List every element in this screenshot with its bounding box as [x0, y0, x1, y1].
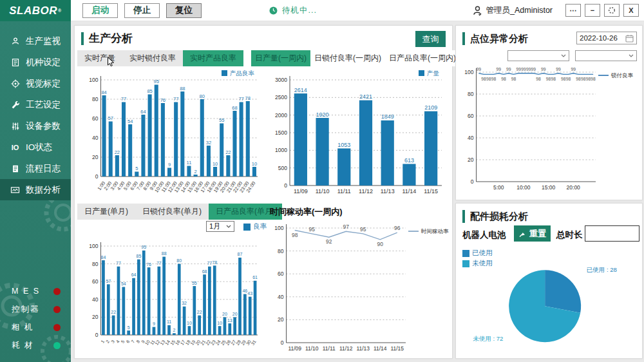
svg-text:54: 54 [128, 119, 133, 124]
svg-text:11/13: 11/13 [356, 345, 370, 352]
svg-text:40: 40 [468, 135, 474, 141]
user-info[interactable]: 管理员_Administor [472, 5, 553, 16]
sidebar-item-data-analysis[interactable]: 数据分析 [0, 179, 71, 200]
svg-text:80: 80 [200, 93, 205, 99]
svg-text:11/09: 11/09 [294, 188, 308, 195]
sidebar-item-label: 机种设定 [26, 57, 61, 68]
svg-text:613: 613 [404, 157, 414, 164]
user-icon [472, 5, 483, 16]
svg-text:1849: 1849 [381, 113, 394, 120]
svg-text:22: 22 [111, 310, 116, 314]
more-button[interactable]: ⋯ [565, 4, 581, 17]
svg-text:3000: 3000 [275, 77, 287, 83]
svg-text:11: 11 [167, 319, 171, 324]
sidebar-item-label: 数据分析 [26, 184, 61, 196]
status-label: 耗 材 [12, 340, 53, 351]
svg-text:11/15: 11/15 [424, 188, 438, 195]
svg-text:54: 54 [121, 281, 126, 286]
legend-swatch [243, 224, 251, 231]
svg-text:11/11: 11/11 [323, 345, 336, 352]
point-filter-select-1[interactable] [507, 50, 569, 61]
svg-text:0: 0 [471, 178, 474, 185]
sidebar-item-process-setting[interactable]: 工艺设定 [0, 94, 71, 115]
svg-text:11/10: 11/10 [305, 345, 319, 352]
svg-text:2000: 2000 [275, 112, 287, 119]
svg-text:98: 98 [551, 77, 556, 81]
stop-button[interactable]: 停止 [124, 3, 160, 18]
svg-text:55: 55 [219, 117, 224, 123]
sidebar-item-device-params[interactable]: 设备参数 [0, 115, 71, 137]
date-picker[interactable]: 2022-10-26 [576, 32, 637, 44]
reset-button[interactable]: 复位 [166, 3, 202, 18]
tab-realtime-output[interactable]: 实时产量 [77, 50, 122, 66]
close-button[interactable]: X [623, 4, 639, 17]
svg-text:77: 77 [116, 261, 121, 265]
svg-text:97: 97 [343, 224, 350, 230]
dashed-circle-icon [608, 6, 616, 14]
svg-text:10: 10 [252, 161, 257, 167]
tab-realtime-lock-yield[interactable]: 实时锁付良率 [122, 50, 183, 66]
svg-text:0: 0 [95, 173, 99, 180]
svg-text:64: 64 [131, 272, 137, 277]
svg-text:20: 20 [92, 314, 99, 320]
svg-text:77: 77 [207, 261, 212, 265]
maximize-button[interactable] [604, 4, 620, 17]
sidebar-item-production-monitor[interactable]: 生产监视 [0, 30, 71, 52]
sidebar-item-process-log[interactable]: 流程日志 [0, 158, 71, 179]
tab-daily-lock-yield-week[interactable]: 日锁付良率(一周内) [310, 50, 385, 66]
svg-text:20:00: 20:00 [567, 184, 581, 191]
monthly-yield-legend: 良率 [243, 222, 267, 231]
svg-text:11: 11 [187, 160, 192, 166]
svg-text:88: 88 [162, 251, 167, 256]
tab-daily-lock-yield-month[interactable]: 日锁付良率(单月) [135, 204, 209, 220]
chevron-down-icon [561, 54, 566, 57]
svg-text:99: 99 [506, 67, 511, 71]
sidebar-item-vision-calibration[interactable]: 视觉标定 [0, 73, 71, 94]
svg-text:61: 61 [252, 275, 258, 280]
clock-icon [269, 6, 278, 15]
total-duration-input[interactable] [585, 225, 639, 242]
svg-text:1053: 1053 [337, 142, 350, 148]
start-button[interactable]: 启动 [82, 3, 118, 18]
svg-text:2421: 2421 [359, 93, 372, 100]
logo-text: SLABOR [9, 5, 57, 17]
svg-text:32: 32 [182, 301, 187, 305]
svg-text:11/09: 11/09 [288, 345, 301, 352]
tab-daily-product-yield-week[interactable]: 日产品良率(一周内) [385, 50, 460, 66]
query-button[interactable]: 查询 [415, 31, 446, 47]
tab-daily-output-month[interactable]: 日产量(单月) [77, 204, 135, 220]
svg-text:11/14: 11/14 [402, 188, 416, 195]
month-select-value: 1月 [209, 222, 220, 231]
status-row-mes: M E S [0, 282, 71, 300]
document-pencil-icon [10, 57, 21, 68]
sidebar-item-machine-type[interactable]: 机种设定 [0, 52, 71, 73]
reset-battery-button[interactable]: 重置 [514, 225, 551, 242]
monthly-tabgroup: 日产量(单月) 日锁付良率(单月) 日产品良率(单月) [77, 204, 282, 220]
svg-text:77: 77 [156, 261, 162, 265]
svg-text:96: 96 [394, 225, 401, 231]
svg-text:11/10: 11/10 [316, 188, 330, 195]
monthly-product-yield-chart: 0204060801008415722237745455664785895976… [82, 234, 264, 358]
svg-text:95: 95 [141, 245, 146, 249]
svg-text:98: 98 [481, 77, 486, 81]
sidebar-item-io-status[interactable]: IO IO状态 [0, 137, 71, 158]
app-logo: SLABOR® [0, 0, 71, 21]
svg-text:22: 22 [197, 310, 202, 314]
point-filter-select-2[interactable] [575, 50, 637, 61]
svg-text:40: 40 [92, 296, 99, 303]
svg-text:90: 90 [377, 241, 384, 247]
production-analysis-panel: 生产分析 查询 实时产量 实时锁付良率 实时产品良率 日产量(一周内) 日锁付良… [74, 25, 453, 359]
svg-text:100: 100 [89, 77, 98, 83]
svg-text:55: 55 [192, 281, 197, 285]
svg-text:100: 100 [274, 225, 283, 231]
svg-text:99: 99 [531, 67, 536, 71]
tab-realtime-product-yield[interactable]: 实时产品良率 [183, 50, 243, 66]
tab-daily-output-week[interactable]: 日产量(一周内) [251, 50, 310, 66]
machine-status: 待机中... [269, 5, 317, 16]
minimize-button[interactable]: − [585, 4, 600, 17]
parts-wear-panel: 配件损耗分析 机器人电池 重置 总时长 已使用 未使用 已使用 : 28未使用 … [455, 203, 643, 359]
svg-text:46: 46 [242, 289, 247, 293]
status-dot [53, 288, 61, 295]
user-name: 管理员_Administor [486, 5, 553, 16]
month-select[interactable]: 1月 [206, 221, 234, 232]
